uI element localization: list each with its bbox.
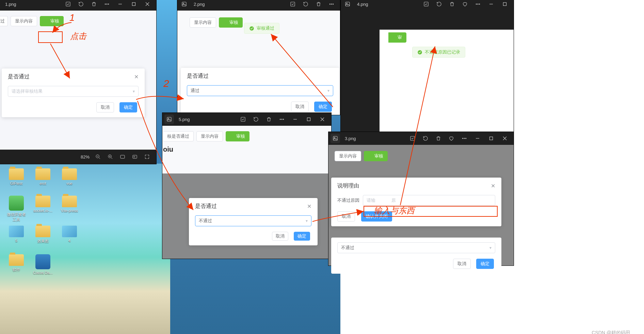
minimize-icon[interactable] xyxy=(471,133,484,143)
desktop-folder-effect[interactable]: 效果图 xyxy=(33,226,53,244)
image-icon xyxy=(164,115,174,124)
delete-icon[interactable] xyxy=(447,0,457,9)
select-audit-result[interactable]: 不通过▾ xyxy=(195,215,311,226)
titlebar[interactable]: 5.png xyxy=(162,113,331,126)
svg-rect-18 xyxy=(424,2,428,6)
content-1: 过 显示内容 审核 是否通过✕ 请选择审核结果▾ 取消 确定 xyxy=(0,11,156,164)
cancel-button-under[interactable]: 取消 xyxy=(453,259,471,269)
svg-point-35 xyxy=(464,138,465,139)
window-1png[interactable]: 1.png 过 显示内容 审核 是否通过✕ 请选择审核结果▾ 取消 确定 82% xyxy=(0,0,157,164)
fullscreen-icon[interactable] xyxy=(143,153,151,161)
desktop-folder-cocos[interactable]: Cocos Da... xyxy=(33,254,53,275)
maximize-icon[interactable] xyxy=(485,133,497,143)
wallpaper-beach xyxy=(0,164,170,334)
edit-icon[interactable] xyxy=(288,0,298,9)
titlebar[interactable]: 3.png xyxy=(328,132,514,145)
svg-point-25 xyxy=(168,118,169,119)
ok-button[interactable]: 确定 xyxy=(294,232,310,241)
btn-show-content[interactable]: 显示内容 xyxy=(335,151,361,161)
edit-icon[interactable] xyxy=(407,133,418,143)
cancel-button[interactable]: 取消 xyxy=(291,102,309,112)
more-icon[interactable] xyxy=(102,0,112,9)
window-4png[interactable]: 4.png 审 不通过原因已记录 xyxy=(340,0,514,132)
select-audit-under[interactable]: 不通过▾ xyxy=(337,242,495,253)
btn-audit-pass-clipped[interactable]: 核是否通过 xyxy=(163,131,194,141)
fit-icon[interactable] xyxy=(119,153,126,161)
delete-icon[interactable] xyxy=(433,133,444,143)
minimize-icon[interactable] xyxy=(114,0,126,9)
maximize-icon[interactable] xyxy=(303,114,315,124)
zoom-out-icon[interactable] xyxy=(94,153,102,161)
cancel-button[interactable]: 取消 xyxy=(272,232,288,241)
titlebar[interactable]: 1.png xyxy=(0,0,156,11)
favorite-icon[interactable] xyxy=(446,133,456,143)
btn-audit[interactable]: 审核 xyxy=(226,131,249,141)
modal-close-icon[interactable]: ✕ xyxy=(307,203,311,210)
more-icon[interactable] xyxy=(326,0,337,9)
minimize-icon[interactable] xyxy=(289,114,301,124)
delete-icon[interactable] xyxy=(264,114,274,124)
svg-point-28 xyxy=(281,119,282,120)
btn-audit[interactable]: 审核 xyxy=(364,151,388,161)
maximize-icon[interactable] xyxy=(499,0,511,9)
btn-show-content[interactable]: 显示内容 xyxy=(190,17,216,28)
close-icon[interactable] xyxy=(141,0,154,9)
close-icon[interactable] xyxy=(499,133,511,143)
favorite-icon[interactable] xyxy=(460,0,470,9)
desktop-folder-erot[interactable]: erot xyxy=(33,168,53,185)
reason-input[interactable]: 请输 原 xyxy=(363,195,495,206)
window-2png[interactable]: 2.png 显示内容 审核 是否通过 通过▾ 取消 确定 审核通过 xyxy=(177,0,340,115)
desktop-folder-socketio[interactable]: socket.io-... xyxy=(33,196,53,213)
maximize-icon[interactable] xyxy=(128,0,140,9)
titlebar[interactable]: 4.png xyxy=(341,0,514,11)
confirm-close-button[interactable]: 确认并关闭 xyxy=(361,211,392,222)
desktop-app-wxdev[interactable]: 微信开发者工具 xyxy=(6,196,27,222)
edit-icon[interactable] xyxy=(63,0,73,9)
rotate-icon[interactable] xyxy=(251,114,261,124)
modal-reason: 说明理由✕ 不通过原因 请输 原 取消 确认并关闭 xyxy=(331,178,501,226)
modal-close-icon[interactable]: ✕ xyxy=(134,74,139,80)
ok-button[interactable]: 确定 xyxy=(314,102,332,112)
modal-close-icon[interactable]: ✕ xyxy=(491,183,495,189)
window-filename: 5.png xyxy=(179,117,190,122)
select-audit-result[interactable]: 通过▾ xyxy=(187,85,333,96)
cancel-button[interactable]: 取消 xyxy=(337,211,355,222)
btn-show-content[interactable]: 显示内容 xyxy=(196,131,223,141)
svg-point-10 xyxy=(183,3,184,4)
btn-audit-clipped[interactable]: 审 xyxy=(388,32,406,43)
more-icon[interactable] xyxy=(277,114,287,124)
btn-pass-clipped[interactable]: 过 xyxy=(0,16,8,26)
edit-icon[interactable] xyxy=(421,0,431,9)
minimize-icon[interactable] xyxy=(485,0,497,9)
window-5png[interactable]: 5.png 核是否通过 显示内容 审核 oiu 是否通过✕ 不通过▾ 取消 确定 xyxy=(162,112,332,259)
desktop-img-4[interactable]: 4 xyxy=(59,226,80,243)
zoom-in-icon[interactable] xyxy=(107,153,114,161)
window-3png[interactable]: 3.png 显示内容 审核 说明理由✕ 不通过原因 请输 原 xyxy=(328,132,514,266)
desktop-img-5[interactable]: 5 xyxy=(6,226,27,243)
btn-show-content[interactable]: 显示内容 xyxy=(11,16,37,26)
ok-button-under[interactable]: 确定 xyxy=(476,259,494,269)
delete-icon[interactable] xyxy=(313,0,324,9)
edit-icon[interactable] xyxy=(238,114,248,124)
btn-audit[interactable]: 审核 xyxy=(219,17,243,28)
delete-icon[interactable] xyxy=(89,0,99,9)
titlebar[interactable]: 2.png xyxy=(177,0,340,11)
close-icon[interactable] xyxy=(316,114,328,124)
desktop-folder-vitepress[interactable]: Vite-press xyxy=(59,196,80,213)
rotate-icon[interactable] xyxy=(420,133,431,143)
btn-audit[interactable]: 审核 xyxy=(40,16,64,26)
more-icon[interactable] xyxy=(473,0,483,9)
desktop-folder-vue[interactable]: vue xyxy=(59,168,80,185)
svg-point-14 xyxy=(333,4,334,4)
actual-size-icon[interactable] xyxy=(131,153,139,161)
rotate-icon[interactable] xyxy=(434,0,444,9)
select-audit-result[interactable]: 请选择审核结果▾ xyxy=(8,86,139,97)
rotate-icon[interactable] xyxy=(76,0,86,9)
ok-button[interactable]: 确定 xyxy=(119,102,137,112)
desktop-folder-giftest[interactable]: GIFtest xyxy=(6,168,27,185)
cancel-button[interactable]: 取消 xyxy=(96,102,114,112)
rotate-icon[interactable] xyxy=(301,0,311,9)
more-icon[interactable] xyxy=(459,133,469,143)
modal-pass-2: 是否通过 通过▾ 取消 确定 xyxy=(181,68,339,115)
desktop-folder-software[interactable]: 软件 xyxy=(6,254,27,272)
